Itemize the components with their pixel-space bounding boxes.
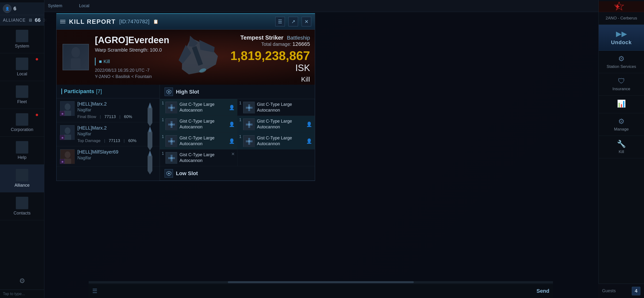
stat-value: 77113 <box>104 114 116 119</box>
kill-type-dot <box>99 60 102 63</box>
participant-item[interactable]: ▣ [HELL]MilfSlayer69 Naglfar <box>56 146 160 167</box>
sidebar-item-alliance[interactable]: Alliance <box>0 165 44 192</box>
svg-point-49 <box>248 140 250 142</box>
modal-title: KILL REPORT <box>69 18 116 26</box>
sidebar-item-help[interactable]: Help <box>0 137 44 165</box>
repairs-label: Kill <box>618 150 624 154</box>
kill-stats-panel: Tempest Striker Battleship Total damage:… <box>230 34 310 83</box>
svg-point-16 <box>65 127 70 134</box>
industry-icon: 📊 <box>617 99 626 108</box>
battleship-silhouette <box>164 32 231 80</box>
participant-indicator-icon: 👤 <box>229 138 235 144</box>
high-slot-icon <box>164 88 173 96</box>
right-nav-insurance[interactable]: 🛡 Insurance <box>599 73 644 95</box>
scroll-thumb[interactable] <box>228 281 414 283</box>
sidebar-item-corporation[interactable]: Corporation <box>0 109 44 137</box>
local-nav-label: Local <box>79 3 89 9</box>
equip-name: Gist C-Type Large Autocannon <box>257 102 312 113</box>
right-nav-repairs[interactable]: 🔧 Kill <box>599 136 644 158</box>
monitor-icon: 🖥 <box>28 18 32 23</box>
attach-icon[interactable]: ☰ <box>92 288 98 294</box>
kill-type-badge: Kill <box>95 58 114 66</box>
autocannon-icon-7 <box>166 152 177 164</box>
stat-percent: 60% <box>124 114 132 119</box>
scroll-track[interactable] <box>89 281 553 283</box>
participant-item[interactable]: ▣ [HELL]Marx.2 Naglfar Top Damage | 7711… <box>56 122 160 146</box>
undock-button[interactable]: ▶▶ Undock <box>599 25 644 51</box>
manage-label: Manage <box>614 127 629 132</box>
equipment-item[interactable]: 1 Gist C-Type Large Autocannon 👤 <box>238 133 315 150</box>
right-nav-cerberus: 2ANO - Cerberus <box>599 12 644 25</box>
svg-rect-3 <box>71 58 80 69</box>
faction-emblem-bar: ✦ <box>599 1 644 12</box>
killed-player-avatar <box>62 44 89 70</box>
manage-icon: ⚙ <box>618 117 624 125</box>
right-nav-manage[interactable]: ⚙ Manage <box>599 113 644 136</box>
participants-header: Participants [7] <box>56 85 160 98</box>
kill-report-modal: KILL REPORT [ID:7470782] 📋 ☰ ↗ ✕ <box>56 13 315 181</box>
hamburger-line-3 <box>60 23 66 23</box>
sidebar-item-contacts[interactable]: Contacts <box>0 192 44 220</box>
right-nav-station-services[interactable]: ⚙ Station Services <box>599 51 644 73</box>
svg-point-53 <box>170 157 173 159</box>
total-damage-value: 126665 <box>292 41 310 47</box>
export-button[interactable]: ↗ <box>288 17 298 26</box>
equipment-item-empty <box>238 150 315 166</box>
local-avatar <box>16 58 28 70</box>
sidebar-item-fleet[interactable]: Fleet <box>0 81 44 109</box>
right-sidebar: ✦ 2ANO - Cerberus ▶▶ Undock ⚙ Station Se… <box>598 0 644 298</box>
close-modal-button[interactable]: ✕ <box>302 17 311 26</box>
equip-count: 1 <box>162 118 164 122</box>
svg-point-2 <box>72 47 80 58</box>
system-avatar <box>16 30 28 42</box>
alliance-tab[interactable]: ALLIANCE 🖥 66 ✕ <box>0 15 44 26</box>
send-button[interactable]: Send <box>536 288 549 294</box>
equipment-item[interactable]: 1 Gist C-Type Large Autocannon 👤 <box>160 133 237 150</box>
svg-point-41 <box>248 123 250 126</box>
stat-divider-2: | <box>119 114 120 119</box>
ship-name: Tempest Striker <box>240 34 284 41</box>
equip-name: Gist C-Type Large Autocannon <box>180 135 234 146</box>
right-nav-industry[interactable]: 📊 <box>599 95 644 113</box>
copy-id-icon[interactable]: 📋 <box>153 19 158 24</box>
sidebar-item-label: Corporation <box>11 127 33 132</box>
equipment-grid: 1 Gist C-Type Large Autocannon 👤 <box>160 99 315 166</box>
equipment-item[interactable]: 1 Gist C-Type Large Autocannon 👤 <box>238 116 315 133</box>
participant-corp-badge: ▣ <box>60 159 65 164</box>
report-list-button[interactable]: ☰ <box>275 17 285 26</box>
sidebar-item-label: System <box>15 44 29 49</box>
isk-row: 1,819,238,867ISK <box>230 49 310 73</box>
ship-class: Battleship <box>287 35 310 41</box>
kill-ship-display <box>164 32 231 81</box>
system-nav-label: System <box>48 3 62 9</box>
equip-count: 1 <box>162 101 164 105</box>
autocannon-icon-5 <box>166 135 177 147</box>
participant-avatar: ▣ <box>60 125 74 140</box>
equip-count: 1 <box>239 118 242 122</box>
alliance-label: ALLIANCE <box>3 18 26 23</box>
notification-dot <box>36 114 38 116</box>
guests-bar: Guests 4 <box>598 284 644 298</box>
close-item-icon[interactable]: ✕ <box>231 152 235 157</box>
contacts-avatar <box>16 197 28 209</box>
hamburger-menu-icon[interactable] <box>60 20 66 23</box>
participant-avatar: ▣ <box>60 149 74 164</box>
equipment-item[interactable]: 1 Gist C-Type Large Autocannon 👤 <box>160 116 237 133</box>
equip-name: Gist C-Type Large Autocannon <box>180 102 234 113</box>
participant-item[interactable]: ▣ [HELL]Marx.2 Naglfar Final Blow | 7711… <box>56 98 160 122</box>
undock-label: Undock <box>611 39 632 46</box>
sidebar-top-bar[interactable]: 👤 6 <box>0 3 44 15</box>
equip-count: 1 <box>162 152 164 156</box>
settings-gear-icon[interactable]: ⚙ <box>14 272 30 289</box>
equipment-item[interactable]: 1 Gist C-Type Large Autocannon ✕ <box>160 150 237 166</box>
repairs-icon: 🔧 <box>617 140 626 148</box>
bottom-bar: ☰ Send <box>89 284 553 298</box>
participant-corp-badge: ▣ <box>60 111 65 116</box>
equipment-item[interactable]: 1 Gist C-Type Large Autocannon 👤 <box>160 99 237 116</box>
sidebar-item-local[interactable]: Local <box>0 53 44 81</box>
modal-body: Participants [7] ▣ <box>56 85 315 181</box>
equipment-item[interactable]: 1 Gist C-Type Large Autocannon <box>238 99 315 116</box>
participant-indicator-icon: 👤 <box>229 105 235 110</box>
sidebar-item-system[interactable]: System <box>0 26 44 53</box>
close-icon: ✕ <box>304 19 308 25</box>
